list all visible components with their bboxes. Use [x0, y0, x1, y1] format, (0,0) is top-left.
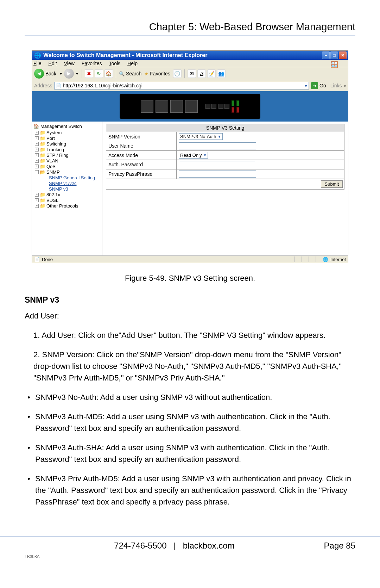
- browser-window: 🌐 Welcome to Switch Management - Microso…: [32, 50, 348, 263]
- menu-edit[interactable]: Edit: [49, 61, 57, 66]
- back-dropdown-icon[interactable]: ▼: [59, 72, 63, 76]
- bullet-sha: SNMPv3 Auth-SHA: Add a user using SNMP v…: [25, 442, 355, 465]
- bullet-priv-md5: SNMPv3 Priv Auth-MD5: Add a user using S…: [25, 473, 355, 508]
- chevron-down-icon: ▼: [218, 135, 221, 138]
- minimize-button[interactable]: –: [322, 51, 330, 59]
- address-bar: Address 📄 http://192.168.1.10/cgi-bin/sw…: [32, 80, 348, 91]
- menu-tools[interactable]: Tools: [109, 61, 120, 66]
- label-snmp-version: SNMP Version: [106, 132, 177, 141]
- separator: [116, 69, 116, 78]
- input-auth-password[interactable]: [179, 161, 256, 168]
- nav-tree: 🏠 Management Switch +📁System +📁Port +📁Sw…: [32, 122, 102, 255]
- bullet-noauth: SNMPv3 No-Auth: Add a user using SNMP v3…: [25, 391, 355, 403]
- switch-icon: 🏠: [33, 124, 39, 129]
- step-2: 2. SNMP Version: Click on the"SNMP Versi…: [25, 349, 355, 384]
- home-button[interactable]: 🏠: [104, 69, 113, 78]
- section-heading: SNMP v3: [25, 295, 355, 305]
- go-arrow-icon: ➜: [311, 82, 318, 89]
- label-access-mode: Access Mode: [106, 151, 177, 160]
- stop-button[interactable]: ✖: [85, 69, 93, 78]
- input-privacy-passphrase[interactable]: [179, 171, 256, 178]
- form-heading: SNMP V3 Setting: [106, 124, 344, 132]
- footer-sep: |: [174, 541, 176, 550]
- tree-snmp-v3[interactable]: SNMP v3: [33, 186, 101, 192]
- address-dropdown-icon[interactable]: ▾: [305, 83, 307, 88]
- page-icon: 📄: [56, 83, 61, 88]
- address-label: Address: [34, 83, 52, 88]
- address-input[interactable]: 📄 http://192.168.1.10/cgi-bin/switch.cgi…: [54, 82, 309, 89]
- chevron-down-icon: ▼: [203, 153, 207, 157]
- input-user-name[interactable]: [179, 142, 256, 149]
- menu-favorites[interactable]: Favorites: [82, 61, 102, 66]
- figure-caption: Figure 5-49. SNMP v3 Setting screen.: [25, 274, 355, 283]
- favorites-star-icon[interactable]: ★: [144, 71, 148, 76]
- select-snmp-version[interactable]: SNMPv3 No-Auth▼: [179, 133, 223, 140]
- search-icon[interactable]: 🔍: [119, 71, 125, 76]
- tree-snmp-general[interactable]: SNMP General Setting: [33, 175, 101, 180]
- go-button[interactable]: ➜ Go: [311, 82, 326, 89]
- snmp-v3-table: SNMP V3 Setting SNMP Version SNMPv3 No-A…: [106, 124, 344, 179]
- tree-other-protocols[interactable]: +📁Other Protocols: [33, 203, 101, 209]
- form-panel: SNMP V3 Setting SNMP Version SNMPv3 No-A…: [102, 122, 348, 255]
- forward-button[interactable]: ►: [64, 69, 74, 79]
- menu-help[interactable]: Help: [127, 61, 138, 66]
- submit-row: Submit: [106, 179, 344, 190]
- edit-button[interactable]: 📝: [207, 69, 216, 78]
- label-auth-password: Auth. Password: [106, 160, 177, 169]
- refresh-button[interactable]: ↻: [95, 69, 103, 78]
- device-banner: [32, 91, 348, 122]
- tree-root[interactable]: 🏠 Management Switch: [33, 124, 101, 129]
- toolbar: ◄ Back ▼ ► ▼ ✖ ↻ 🏠 🔍 Search ★ Favorites …: [32, 67, 348, 80]
- tree-port[interactable]: +📁Port: [33, 136, 101, 141]
- status-bar: 📄 Done 🌐 Internet: [32, 255, 348, 263]
- address-url: http://192.168.1.10/cgi-bin/switch.cgi: [63, 83, 142, 88]
- titlebar: 🌐 Welcome to Switch Management - Microso…: [32, 51, 348, 60]
- mail-button[interactable]: ✉: [188, 69, 196, 78]
- favorites-button[interactable]: Favorites: [150, 71, 170, 76]
- messenger-button[interactable]: 👥: [217, 69, 226, 78]
- history-button[interactable]: 🕘: [173, 69, 182, 78]
- links-chevron-icon[interactable]: »: [344, 84, 346, 88]
- tree-vlan[interactable]: +📁VLAN: [33, 158, 101, 163]
- page-number: Page 85: [324, 541, 355, 551]
- footer-phone: 724-746-5500: [114, 541, 166, 550]
- print-button[interactable]: 🖨: [197, 69, 206, 78]
- footer-site: blackbox.com: [183, 541, 235, 550]
- tree-snmp-v1v2c[interactable]: SNMP v1/v2c: [33, 181, 101, 186]
- menubar: File Edit View Favorites Tools Help 🪟: [32, 60, 348, 67]
- close-button[interactable]: ✕: [339, 51, 347, 59]
- doc-code: LB308A: [0, 554, 380, 566]
- back-arrow-icon: ◄: [34, 69, 44, 79]
- back-button[interactable]: ◄ Back ▼: [34, 69, 63, 79]
- menu-view[interactable]: View: [64, 61, 75, 66]
- tree-qos[interactable]: +📁QoS: [33, 164, 101, 169]
- separator: [82, 69, 82, 78]
- maximize-button[interactable]: □: [330, 51, 338, 59]
- tree-stp-ring[interactable]: +📁STP / Ring: [33, 153, 101, 158]
- status-text: Done: [42, 257, 53, 262]
- links-label[interactable]: Links: [330, 83, 342, 88]
- add-user-label: Add User:: [25, 310, 355, 322]
- done-icon: 📄: [34, 257, 40, 262]
- select-access-mode[interactable]: Read Only▼: [179, 152, 208, 159]
- label-privacy-passphrase: Privacy PassPhrase: [106, 169, 177, 179]
- forward-dropdown-icon[interactable]: ▼: [75, 72, 79, 76]
- tree-switching[interactable]: +📁Switching: [33, 141, 101, 147]
- menu-file[interactable]: File: [33, 61, 42, 66]
- tree-vdsl[interactable]: +📁VDSL: [33, 198, 101, 203]
- window-title: Welcome to Switch Management - Microsoft…: [43, 52, 322, 58]
- step-1: 1. Add User: Click on the"Add User" butt…: [25, 329, 355, 341]
- tree-8021x[interactable]: +📁802.1x: [33, 192, 101, 197]
- tree-trunking[interactable]: +📁Trunking: [33, 147, 101, 152]
- ie-icon: 🌐: [34, 52, 41, 59]
- windows-flag-icon: 🪟: [330, 61, 338, 68]
- separator: [184, 69, 185, 78]
- bullet-md5: SNMPv3 Auth-MD5: Add a user using SNMP v…: [25, 411, 355, 434]
- tree-system[interactable]: +📁System: [33, 130, 101, 135]
- tree-snmp[interactable]: –📂SNMP: [33, 169, 101, 175]
- submit-button[interactable]: Submit: [321, 180, 343, 188]
- label-user-name: User Name: [106, 141, 177, 151]
- zone-text: Internet: [330, 257, 346, 262]
- search-button[interactable]: Search: [126, 71, 141, 76]
- chapter-title: Chapter 5: Web-Based Browser Management: [25, 21, 355, 36]
